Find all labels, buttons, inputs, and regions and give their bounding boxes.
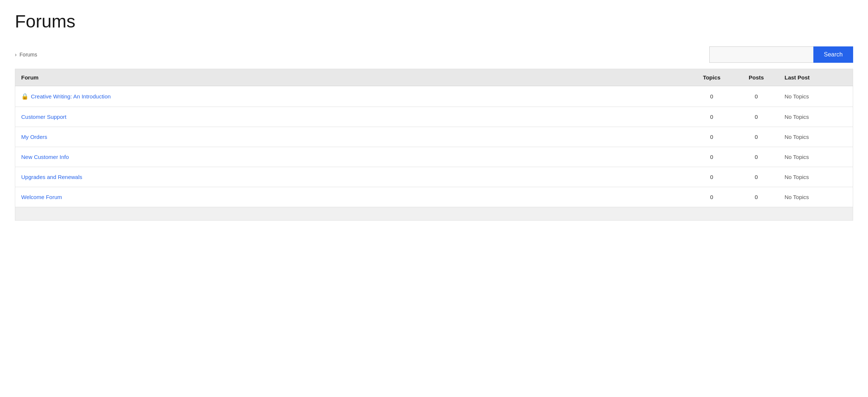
table-footer-cell (15, 207, 853, 221)
table-header-row: Forum Topics Posts Last Post (15, 69, 853, 86)
forum-cell: Customer Support (15, 107, 690, 127)
breadcrumb-link[interactable]: Forums (20, 52, 37, 58)
table-row: My Orders00No Topics (15, 127, 853, 147)
topics-cell: 0 (690, 127, 734, 147)
forum-link[interactable]: New Customer Info (21, 154, 69, 160)
search-area: Search (709, 46, 853, 63)
forum-link[interactable]: Creative Writing: An Introduction (31, 93, 111, 100)
col-header-forum: Forum (15, 69, 690, 86)
lock-icon: 🔒 (21, 93, 29, 100)
posts-cell: 0 (734, 127, 779, 147)
search-input[interactable] (709, 46, 813, 63)
forum-cell: Upgrades and Renewals (15, 167, 690, 187)
last-post-cell: No Topics (779, 147, 853, 167)
forums-table: Forum Topics Posts Last Post 🔒Creative W… (15, 69, 853, 221)
topics-cell: 0 (690, 107, 734, 127)
col-header-lastpost: Last Post (779, 69, 853, 86)
forum-cell: My Orders (15, 127, 690, 147)
posts-cell: 0 (734, 167, 779, 187)
forum-link[interactable]: Upgrades and Renewals (21, 174, 82, 180)
col-header-posts: Posts (734, 69, 779, 86)
forum-cell: 🔒Creative Writing: An Introduction (15, 86, 690, 107)
breadcrumb-arrow: › (15, 52, 17, 58)
col-header-topics: Topics (690, 69, 734, 86)
forum-link[interactable]: My Orders (21, 134, 47, 140)
forum-link[interactable]: Customer Support (21, 114, 67, 120)
last-post-cell: No Topics (779, 127, 853, 147)
forum-link[interactable]: Welcome Forum (21, 194, 62, 200)
posts-cell: 0 (734, 187, 779, 207)
last-post-cell: No Topics (779, 86, 853, 107)
topics-cell: 0 (690, 86, 734, 107)
table-row: Customer Support00No Topics (15, 107, 853, 127)
posts-cell: 0 (734, 86, 779, 107)
posts-cell: 0 (734, 147, 779, 167)
forum-cell: New Customer Info (15, 147, 690, 167)
forum-cell: Welcome Forum (15, 187, 690, 207)
last-post-cell: No Topics (779, 167, 853, 187)
search-button[interactable]: Search (813, 46, 853, 63)
topics-cell: 0 (690, 147, 734, 167)
table-row: 🔒Creative Writing: An Introduction00No T… (15, 86, 853, 107)
table-footer-row (15, 207, 853, 221)
posts-cell: 0 (734, 107, 779, 127)
breadcrumb: › Forums (15, 52, 37, 58)
last-post-cell: No Topics (779, 107, 853, 127)
table-row: New Customer Info00No Topics (15, 147, 853, 167)
breadcrumb-bar: › Forums Search (15, 46, 853, 63)
table-row: Upgrades and Renewals00No Topics (15, 167, 853, 187)
page-title: Forums (15, 11, 853, 32)
topics-cell: 0 (690, 167, 734, 187)
topics-cell: 0 (690, 187, 734, 207)
table-row: Welcome Forum00No Topics (15, 187, 853, 207)
last-post-cell: No Topics (779, 187, 853, 207)
